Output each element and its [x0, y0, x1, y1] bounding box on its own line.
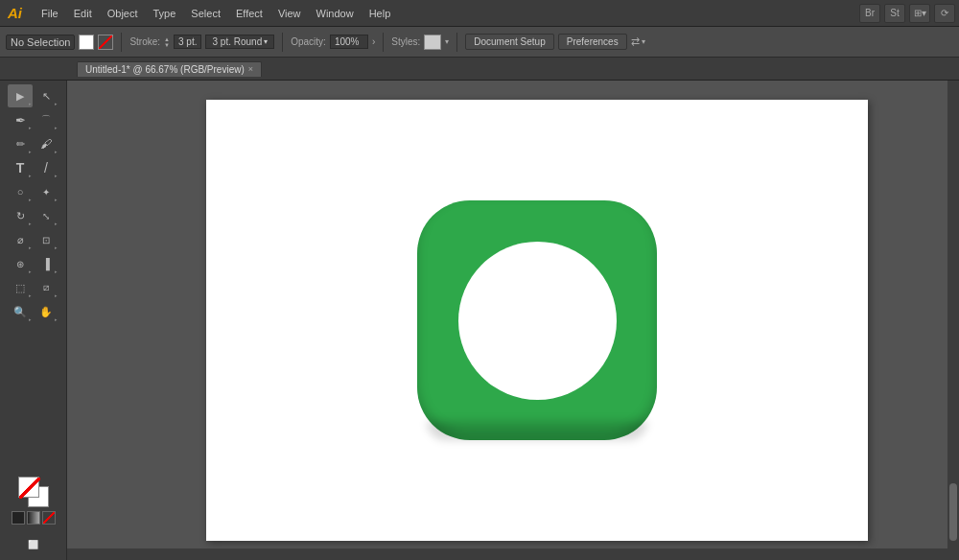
separator-4: [456, 33, 457, 52]
hand-tool[interactable]: ✋ ▸: [34, 300, 58, 323]
bottom-scrollbar[interactable]: [67, 548, 947, 560]
free-transform-icon: ⊡: [42, 235, 50, 245]
tab-close-button[interactable]: ×: [248, 64, 253, 74]
scroll-thumb[interactable]: [949, 483, 957, 541]
hand-icon: ✋: [39, 306, 53, 318]
foreground-color[interactable]: [18, 477, 39, 498]
grid-icon[interactable]: ⊞▾: [909, 4, 930, 23]
color-mode-icons: [12, 511, 56, 525]
shaper-icon: ✦: [42, 187, 50, 198]
none-icon[interactable]: [42, 511, 56, 525]
symbol-sprayer-tool[interactable]: ⊛ ▸: [8, 252, 33, 275]
artboard-tool[interactable]: ⬚ ▸: [8, 276, 33, 299]
stroke-down-arrow[interactable]: ▼: [164, 42, 170, 48]
stroke-value: 3 pt.: [178, 36, 197, 47]
artboard: [206, 100, 868, 541]
pen-tool[interactable]: ✒ ▸: [8, 108, 33, 131]
stroke-stepper[interactable]: ▲ ▼: [164, 36, 170, 48]
document-tab[interactable]: Untitled-1* @ 66.67% (RGB/Preview) ×: [77, 61, 262, 77]
green-rounded-square: [417, 200, 657, 440]
curvature-icon: ⌒: [41, 113, 51, 127]
menu-help[interactable]: Help: [362, 6, 399, 21]
menu-bar: Ai File Edit Object Type Select Effect V…: [0, 0, 959, 27]
separator-1: [121, 33, 122, 52]
tab-title: Untitled-1* @ 66.67% (RGB/Preview): [85, 64, 245, 75]
opacity-label: Opacity:: [291, 36, 326, 47]
canvas-area[interactable]: [67, 81, 959, 560]
type-tool[interactable]: T ▸: [8, 156, 33, 179]
free-transform-tool[interactable]: ⊡ ▸: [34, 228, 58, 251]
preferences-button[interactable]: Preferences: [558, 34, 627, 50]
ellipse-icon: ○: [17, 186, 24, 198]
line-tool[interactable]: / ▸: [34, 156, 58, 179]
menu-edit[interactable]: Edit: [66, 6, 100, 21]
main-area: ▶ ▸ ↖ ▸ ✒ ▸ ⌒ ▸ ✏ ▸ 🖌: [0, 81, 959, 560]
pen-tool-icon: ✒: [15, 113, 26, 128]
opacity-more[interactable]: ›: [372, 36, 375, 47]
rotate-tool[interactable]: ↻ ▸: [8, 204, 33, 227]
control-toolbar: No Selection Stroke: ▲ ▼ 3 pt. 3 pt. Rou…: [0, 27, 959, 58]
artboard-icon: ⬚: [15, 282, 25, 294]
sync-icon[interactable]: ⟳: [934, 4, 955, 23]
slice-tool[interactable]: ⧄ ▸: [34, 276, 58, 299]
menu-view[interactable]: View: [270, 6, 309, 21]
menu-file[interactable]: File: [34, 6, 66, 21]
scale-tool[interactable]: ⤡ ▸: [34, 204, 58, 227]
menu-type[interactable]: Type: [146, 6, 184, 21]
zoom-tool[interactable]: 🔍 ▸: [8, 300, 33, 323]
color-mode-icon[interactable]: [12, 511, 25, 525]
curvature-tool[interactable]: ⌒ ▸: [34, 108, 58, 131]
paintbrush-icon: 🖌: [40, 137, 52, 151]
menu-right-icons: Br St ⊞▾ ⟳: [859, 4, 955, 23]
pencil-icon: ✏: [16, 138, 25, 151]
white-circle: [458, 242, 617, 400]
direct-selection-tool[interactable]: ↖ ▸: [34, 84, 58, 107]
styles-arrow[interactable]: ▾: [445, 37, 449, 46]
shaper-tool[interactable]: ✦ ▸: [34, 180, 58, 203]
opacity-input[interactable]: [330, 35, 368, 49]
stroke-color-box[interactable]: [98, 35, 113, 50]
line-icon: /: [44, 160, 48, 175]
bridge-icon[interactable]: Br: [859, 4, 880, 23]
warp-tool[interactable]: ⌀ ▸: [8, 228, 33, 251]
pencil-tool[interactable]: ✏ ▸: [8, 132, 33, 155]
color-stack: [18, 477, 49, 507]
app-logo: Ai: [4, 5, 26, 21]
stroke-label: Stroke:: [129, 36, 160, 47]
color-area: [8, 473, 59, 528]
selection-tool-icon: ▶: [16, 90, 24, 103]
graph-icon: ▐: [42, 258, 50, 269]
stroke-cap-label: 3 pt. Round: [212, 36, 262, 47]
document-setup-button[interactable]: Document Setup: [465, 34, 554, 50]
right-scrollbar[interactable]: [947, 81, 959, 560]
scale-icon: ⤡: [42, 211, 50, 222]
menu-effect[interactable]: Effect: [228, 6, 270, 21]
menu-select[interactable]: Select: [183, 6, 228, 21]
paintbrush-tool[interactable]: 🖌 ▸: [34, 132, 58, 155]
menu-window[interactable]: Window: [309, 6, 362, 21]
rotate-icon: ↻: [16, 210, 25, 222]
slash-indicator: [19, 478, 40, 499]
menu-object[interactable]: Object: [100, 6, 146, 21]
selection-label: No Selection: [11, 36, 70, 48]
stroke-cap-select[interactable]: 3 pt. Round ▾: [205, 35, 274, 49]
column-graph-tool[interactable]: ▐ ▸: [34, 252, 58, 275]
symbol-icon: ⊛: [16, 259, 24, 269]
icon-container: [417, 200, 657, 440]
left-toolbar: ▶ ▸ ↖ ▸ ✒ ▸ ⌒ ▸ ✏ ▸ 🖌: [0, 81, 67, 560]
selection-indicator[interactable]: No Selection: [6, 35, 75, 50]
arrange-arrow[interactable]: ▾: [642, 37, 645, 46]
ellipse-tool[interactable]: ○ ▸: [8, 180, 33, 203]
selection-tool[interactable]: ▶ ▸: [8, 84, 33, 107]
stroke-cap-arrow: ▾: [264, 37, 268, 46]
gradient-icon[interactable]: [27, 511, 40, 525]
screen-mode-icon: ⬜: [28, 540, 38, 549]
change-screen-mode[interactable]: ⬜: [21, 533, 46, 556]
arrange-icon[interactable]: ⇄: [631, 35, 640, 48]
styles-preview[interactable]: [424, 35, 441, 50]
fill-color-box[interactable]: [79, 35, 94, 50]
type-icon: T: [16, 160, 25, 175]
stock-icon[interactable]: St: [884, 4, 905, 23]
separator-3: [383, 33, 384, 52]
tab-bar: Untitled-1* @ 66.67% (RGB/Preview) ×: [0, 58, 959, 81]
